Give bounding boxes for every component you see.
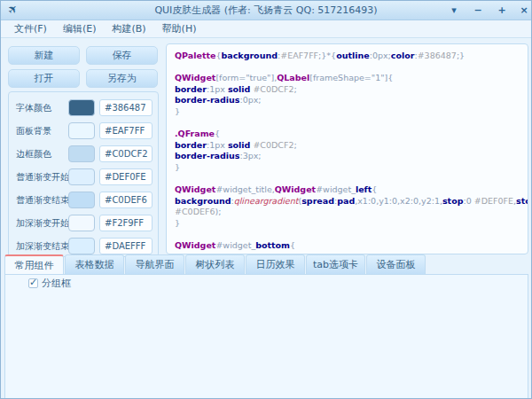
dark-gradient-end-label: 加深渐变结束 <box>16 240 69 253</box>
tab-tab-widget[interactable]: tab选项卡 <box>306 254 365 274</box>
code-editor[interactable]: QPalette{background:#EAF7FF;}*{outline:0… <box>166 43 528 254</box>
menu-help[interactable]: 帮助(H) <box>154 20 205 37</box>
groupbox-title: 分组框 <box>42 277 71 290</box>
save-button[interactable]: 保存 <box>86 46 158 65</box>
window-menu-icon[interactable]: ▾ <box>444 1 464 20</box>
tab-nav-ui[interactable]: 导航界面 <box>125 254 184 274</box>
menu-build[interactable]: 构建(B) <box>104 20 153 37</box>
dark-gradient-start-swatch[interactable] <box>68 215 95 231</box>
close-icon[interactable]: × <box>514 1 532 20</box>
maximize-icon[interactable]: + <box>492 1 512 20</box>
gradient-end-label: 普通渐变结束 <box>16 194 69 207</box>
menu-bar: 文件(F) 编辑(E) 构建(B) 帮助(H) <box>1 20 531 38</box>
color-row-panel-bg: 面板背景 #EAF7FF <box>9 122 158 139</box>
border-color-swatch[interactable] <box>68 145 95 162</box>
color-row-border: 边框颜色 #C0DCF2 <box>9 145 158 162</box>
panel-bg-input[interactable]: #EAF7FF <box>99 122 153 139</box>
app-window: ✈ QUI皮肤生成器 (作者: 飞扬青云 QQ: 517216493) ▾ − … <box>0 0 532 399</box>
new-button[interactable]: 新建 <box>8 46 80 65</box>
color-row-gradient-end: 普通渐变结束 #C0DEF6 <box>9 192 158 208</box>
gradient-end-input[interactable]: #C0DEF6 <box>99 192 153 208</box>
font-color-label: 字体颜色 <box>16 102 51 114</box>
dark-gradient-end-input[interactable]: #DAEFFF <box>99 238 153 254</box>
groupbox-checkbox[interactable]: ✓ <box>28 278 38 288</box>
color-row-font: 字体颜色 #386487 <box>9 99 158 116</box>
dark-gradient-start-input[interactable]: #F2F9FF <box>99 215 153 231</box>
panel-bg-label: 面板背景 <box>16 125 51 137</box>
color-row-dark-gradient-end: 加深渐变结束 #DAEFFF <box>9 238 158 254</box>
minimize-icon[interactable]: − <box>468 1 488 20</box>
panel-bg-swatch[interactable] <box>68 122 95 139</box>
groupbox-legend[interactable]: ✓ 分组框 <box>24 277 75 290</box>
tab-table-data[interactable]: 表格数据 <box>65 254 124 274</box>
dark-gradient-end-swatch[interactable] <box>68 238 95 254</box>
color-row-dark-gradient-start: 加深渐变开始 #F2F9FF <box>9 215 158 231</box>
tab-tree-list[interactable]: 树状列表 <box>185 254 245 274</box>
gradient-end-swatch[interactable] <box>68 192 95 208</box>
dark-gradient-start-label: 加深渐变开始 <box>16 217 69 230</box>
border-color-label: 边框颜色 <box>16 148 51 160</box>
save-as-button[interactable]: 另存为 <box>86 69 158 88</box>
font-color-swatch[interactable] <box>68 99 95 116</box>
tab-bar: 常用组件 表格数据 导航界面 树状列表 日历效果 tab选项卡 设备面板 <box>4 254 426 274</box>
tab-device-panel[interactable]: 设备面板 <box>366 254 426 274</box>
open-button[interactable]: 打开 <box>8 69 80 88</box>
menu-file[interactable]: 文件(F) <box>6 20 55 37</box>
tab-pane <box>4 274 528 399</box>
gradient-start-swatch[interactable] <box>68 168 95 185</box>
border-color-input[interactable]: #C0DCF2 <box>99 145 153 162</box>
gradient-start-label: 普通渐变开始 <box>16 171 69 184</box>
tab-calendar[interactable]: 日历效果 <box>246 254 305 274</box>
gradient-start-input[interactable]: #DEF0FE <box>99 168 153 185</box>
menu-edit[interactable]: 编辑(E) <box>55 20 105 37</box>
check-icon: ✓ <box>29 277 37 288</box>
font-color-input[interactable]: #386487 <box>99 99 153 116</box>
tab-common-widgets[interactable]: 常用组件 <box>4 254 64 274</box>
colors-group-frame: 字体颜色 #386487 面板背景 #EAF7FF 边框颜色 #C0DCF2 普… <box>8 91 159 257</box>
color-row-gradient-start: 普通渐变开始 #DEF0FE <box>9 168 158 185</box>
title-bar: ✈ QUI皮肤生成器 (作者: 飞扬青云 QQ: 517216493) ▾ − … <box>1 1 531 20</box>
